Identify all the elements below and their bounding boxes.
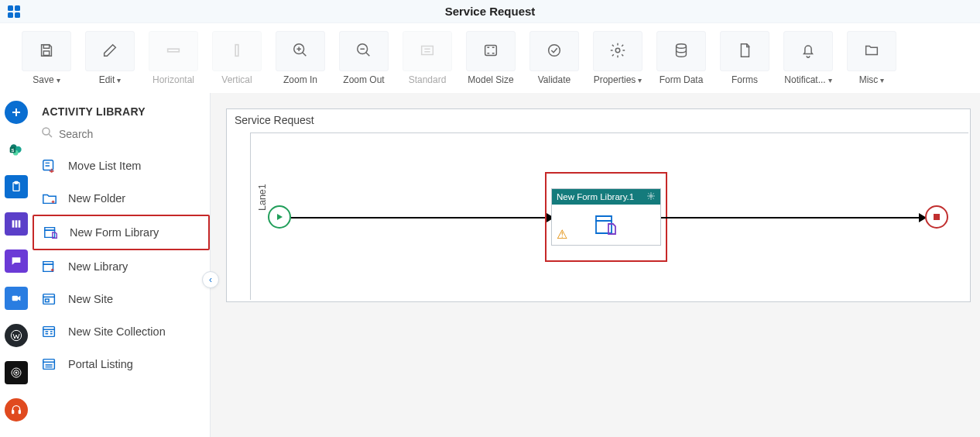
horizontal-layout-icon <box>165 42 182 61</box>
lib-new-folder[interactable]: New Folder <box>33 182 210 215</box>
validate-group[interactable]: Validate <box>529 31 579 85</box>
lane-label: Lane1 <box>257 184 268 211</box>
rail-target-icon[interactable] <box>5 361 28 384</box>
svg-rect-4 <box>43 44 49 48</box>
lib-item-label: New Folder <box>68 192 125 205</box>
lib-new-form-library[interactable]: New Form Library <box>33 215 210 250</box>
chevron-down-icon: ▾ <box>828 76 832 84</box>
svg-rect-5 <box>43 50 49 55</box>
folder-icon <box>863 42 880 61</box>
lib-item-label: New Form Library <box>70 226 159 239</box>
svg-point-32 <box>43 128 50 135</box>
zoomin-group[interactable]: Zoom In <box>276 31 325 85</box>
svg-point-13 <box>615 48 620 53</box>
chevron-down-icon: ▾ <box>117 76 121 84</box>
lib-new-library[interactable]: New Library <box>33 250 210 283</box>
svg-rect-25 <box>12 296 18 301</box>
formdata-group[interactable]: Form Data <box>656 31 706 85</box>
svg-rect-21 <box>15 181 18 184</box>
svg-rect-33 <box>43 160 53 170</box>
chevron-down-icon: ▾ <box>880 76 884 84</box>
bell-icon <box>800 42 817 61</box>
activity-title: New Form Library.1 <box>557 192 634 201</box>
lib-item-label: New Library <box>68 260 128 273</box>
app-header: Service Request <box>0 0 980 23</box>
warning-icon: ⚠ <box>557 227 567 242</box>
svg-rect-30 <box>12 411 14 414</box>
svg-rect-22 <box>12 220 15 227</box>
new-form-library-icon <box>42 224 60 241</box>
fit-standard-icon <box>419 42 436 61</box>
lib-move-list-item[interactable]: Move List Item <box>33 150 210 182</box>
vertical-group: Vertical <box>212 31 262 85</box>
new-library-icon <box>40 258 59 275</box>
search-icon <box>40 126 54 142</box>
zoomout-group[interactable]: Zoom Out <box>339 31 389 85</box>
canvas-title: Service Request <box>235 114 314 126</box>
svg-text:S: S <box>11 148 14 153</box>
end-node[interactable] <box>925 205 948 229</box>
zoom-in-icon <box>292 42 309 61</box>
rail-columns-icon[interactable] <box>5 212 28 236</box>
lib-portal-listing[interactable]: Portal Listing <box>33 348 210 380</box>
gear-icon <box>609 42 626 61</box>
standard-group: Standard <box>403 31 452 85</box>
lib-new-site-collection[interactable]: New Site Collection <box>33 315 210 348</box>
chevron-left-icon: ‹ <box>209 274 212 285</box>
svg-rect-6 <box>168 49 180 52</box>
new-folder-icon <box>40 190 59 207</box>
panel-title: ACTIVITY LIBRARY <box>33 93 210 126</box>
toolbar: Save▾ Edit▾ Horizontal Vertical Zoom In … <box>0 23 980 93</box>
svg-point-14 <box>677 43 687 48</box>
flow-arrow-2 <box>661 217 925 218</box>
svg-rect-31 <box>19 411 20 414</box>
activity-new-form-library[interactable]: New Form Library.1 ⚠ <box>551 188 661 246</box>
zoom-out-icon <box>355 42 372 61</box>
search-input[interactable] <box>59 128 202 140</box>
forms-group[interactable]: Forms <box>720 31 769 85</box>
flow-arrow-1 <box>291 217 553 218</box>
process-canvas[interactable]: Service Request Lane1 New Form Library.1… <box>226 108 971 302</box>
designer-canvas-wrap: Service Request Lane1 New Form Library.1… <box>211 93 980 437</box>
horizontal-group: Horizontal <box>149 31 198 85</box>
save-group[interactable]: Save▾ <box>22 31 71 85</box>
svg-rect-7 <box>235 44 238 56</box>
edit-group[interactable]: Edit▾ <box>85 31 135 85</box>
vertical-layout-icon <box>228 42 245 61</box>
rail-add-button[interactable] <box>5 101 28 124</box>
properties-group[interactable]: Properties▾ <box>593 31 642 85</box>
rail-sharepoint-icon[interactable]: S <box>5 138 28 161</box>
misc-group[interactable]: Misc▾ <box>847 31 896 85</box>
left-rail: S <box>0 93 33 437</box>
gear-icon[interactable] <box>646 191 656 202</box>
chevron-down-icon: ▾ <box>638 76 642 84</box>
rail-wordpress-icon[interactable] <box>5 324 28 347</box>
svg-rect-11 <box>485 45 497 55</box>
database-icon <box>673 42 690 61</box>
svg-rect-10 <box>422 46 433 54</box>
page-title: Service Request <box>0 5 980 18</box>
rail-clipboard-icon[interactable] <box>5 175 28 198</box>
svg-point-29 <box>15 372 17 373</box>
svg-rect-37 <box>43 360 55 370</box>
forms-icon <box>736 42 753 61</box>
start-node[interactable] <box>268 205 291 229</box>
chevron-down-icon: ▾ <box>57 76 60 84</box>
rail-chat-icon[interactable] <box>5 249 28 273</box>
svg-rect-36 <box>43 327 55 337</box>
modelsize-group[interactable]: Model Size <box>466 31 516 85</box>
lib-item-label: Move List Item <box>68 160 141 172</box>
move-list-icon <box>40 157 59 174</box>
save-icon <box>38 42 55 61</box>
svg-point-38 <box>650 194 653 197</box>
svg-rect-24 <box>19 220 21 227</box>
collapse-panel-button[interactable]: ‹ <box>202 271 219 288</box>
rail-headset-icon[interactable] <box>5 398 28 422</box>
portal-listing-icon <box>40 356 59 373</box>
lib-item-label: Portal Listing <box>68 358 133 370</box>
lib-new-site[interactable]: New Site <box>33 283 210 315</box>
svg-point-12 <box>549 44 560 56</box>
rail-video-icon[interactable] <box>5 287 28 310</box>
validate-icon <box>546 42 563 61</box>
notifications-group[interactable]: Notificat...▾ <box>783 31 833 85</box>
